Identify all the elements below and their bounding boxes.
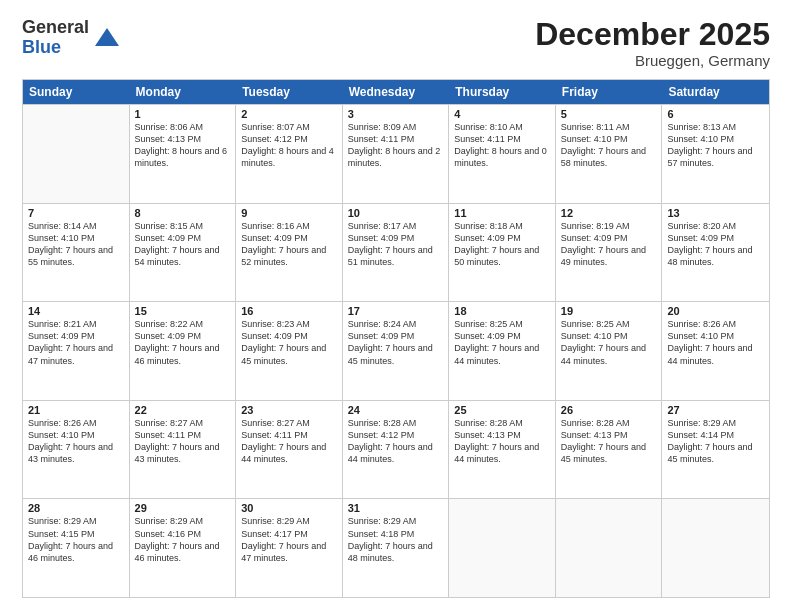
day-number: 21	[28, 404, 124, 416]
day-number: 2	[241, 108, 337, 120]
calendar-header: SundayMondayTuesdayWednesdayThursdayFrid…	[23, 80, 769, 104]
day-number: 24	[348, 404, 444, 416]
day-info: Sunrise: 8:27 AMSunset: 4:11 PMDaylight:…	[241, 417, 337, 466]
day-number: 28	[28, 502, 124, 514]
day-number: 5	[561, 108, 657, 120]
logo-icon	[93, 24, 121, 52]
day-info: Sunrise: 8:06 AMSunset: 4:13 PMDaylight:…	[135, 121, 231, 170]
day-number: 31	[348, 502, 444, 514]
calendar-day-31: 31Sunrise: 8:29 AMSunset: 4:18 PMDayligh…	[343, 499, 450, 597]
header-day-saturday: Saturday	[662, 80, 769, 104]
header-day-tuesday: Tuesday	[236, 80, 343, 104]
day-info: Sunrise: 8:21 AMSunset: 4:09 PMDaylight:…	[28, 318, 124, 367]
day-info: Sunrise: 8:26 AMSunset: 4:10 PMDaylight:…	[28, 417, 124, 466]
day-number: 17	[348, 305, 444, 317]
calendar-day-18: 18Sunrise: 8:25 AMSunset: 4:09 PMDayligh…	[449, 302, 556, 400]
day-number: 9	[241, 207, 337, 219]
calendar-day-12: 12Sunrise: 8:19 AMSunset: 4:09 PMDayligh…	[556, 204, 663, 302]
day-info: Sunrise: 8:20 AMSunset: 4:09 PMDaylight:…	[667, 220, 764, 269]
day-info: Sunrise: 8:28 AMSunset: 4:12 PMDaylight:…	[348, 417, 444, 466]
logo: General Blue	[22, 18, 121, 58]
day-number: 8	[135, 207, 231, 219]
page-header: General Blue December 2025 Brueggen, Ger…	[22, 18, 770, 69]
header-day-wednesday: Wednesday	[343, 80, 450, 104]
day-number: 16	[241, 305, 337, 317]
header-day-sunday: Sunday	[23, 80, 130, 104]
calendar-day-7: 7Sunrise: 8:14 AMSunset: 4:10 PMDaylight…	[23, 204, 130, 302]
day-info: Sunrise: 8:07 AMSunset: 4:12 PMDaylight:…	[241, 121, 337, 170]
day-info: Sunrise: 8:15 AMSunset: 4:09 PMDaylight:…	[135, 220, 231, 269]
day-info: Sunrise: 8:23 AMSunset: 4:09 PMDaylight:…	[241, 318, 337, 367]
day-info: Sunrise: 8:28 AMSunset: 4:13 PMDaylight:…	[561, 417, 657, 466]
day-number: 4	[454, 108, 550, 120]
calendar-day-17: 17Sunrise: 8:24 AMSunset: 4:09 PMDayligh…	[343, 302, 450, 400]
calendar-week-5: 28Sunrise: 8:29 AMSunset: 4:15 PMDayligh…	[23, 498, 769, 597]
calendar-day-9: 9Sunrise: 8:16 AMSunset: 4:09 PMDaylight…	[236, 204, 343, 302]
day-number: 1	[135, 108, 231, 120]
calendar-day-28: 28Sunrise: 8:29 AMSunset: 4:15 PMDayligh…	[23, 499, 130, 597]
day-info: Sunrise: 8:14 AMSunset: 4:10 PMDaylight:…	[28, 220, 124, 269]
calendar-day-10: 10Sunrise: 8:17 AMSunset: 4:09 PMDayligh…	[343, 204, 450, 302]
calendar-day-20: 20Sunrise: 8:26 AMSunset: 4:10 PMDayligh…	[662, 302, 769, 400]
day-number: 20	[667, 305, 764, 317]
day-info: Sunrise: 8:22 AMSunset: 4:09 PMDaylight:…	[135, 318, 231, 367]
day-number: 7	[28, 207, 124, 219]
calendar-day-empty	[556, 499, 663, 597]
calendar-page: General Blue December 2025 Brueggen, Ger…	[0, 0, 792, 612]
calendar-day-30: 30Sunrise: 8:29 AMSunset: 4:17 PMDayligh…	[236, 499, 343, 597]
day-info: Sunrise: 8:29 AMSunset: 4:18 PMDaylight:…	[348, 515, 444, 564]
calendar-day-23: 23Sunrise: 8:27 AMSunset: 4:11 PMDayligh…	[236, 401, 343, 499]
day-number: 18	[454, 305, 550, 317]
calendar-day-2: 2Sunrise: 8:07 AMSunset: 4:12 PMDaylight…	[236, 105, 343, 203]
day-number: 25	[454, 404, 550, 416]
day-number: 23	[241, 404, 337, 416]
calendar-day-1: 1Sunrise: 8:06 AMSunset: 4:13 PMDaylight…	[130, 105, 237, 203]
svg-marker-0	[95, 28, 119, 46]
day-info: Sunrise: 8:13 AMSunset: 4:10 PMDaylight:…	[667, 121, 764, 170]
day-info: Sunrise: 8:11 AMSunset: 4:10 PMDaylight:…	[561, 121, 657, 170]
calendar-day-3: 3Sunrise: 8:09 AMSunset: 4:11 PMDaylight…	[343, 105, 450, 203]
day-info: Sunrise: 8:28 AMSunset: 4:13 PMDaylight:…	[454, 417, 550, 466]
logo-blue: Blue	[22, 37, 61, 57]
header-day-monday: Monday	[130, 80, 237, 104]
calendar: SundayMondayTuesdayWednesdayThursdayFrid…	[22, 79, 770, 598]
day-info: Sunrise: 8:29 AMSunset: 4:16 PMDaylight:…	[135, 515, 231, 564]
calendar-day-14: 14Sunrise: 8:21 AMSunset: 4:09 PMDayligh…	[23, 302, 130, 400]
day-number: 26	[561, 404, 657, 416]
day-number: 30	[241, 502, 337, 514]
calendar-day-empty	[23, 105, 130, 203]
calendar-day-29: 29Sunrise: 8:29 AMSunset: 4:16 PMDayligh…	[130, 499, 237, 597]
day-info: Sunrise: 8:09 AMSunset: 4:11 PMDaylight:…	[348, 121, 444, 170]
logo-general: General	[22, 17, 89, 37]
day-info: Sunrise: 8:19 AMSunset: 4:09 PMDaylight:…	[561, 220, 657, 269]
day-number: 12	[561, 207, 657, 219]
day-info: Sunrise: 8:29 AMSunset: 4:14 PMDaylight:…	[667, 417, 764, 466]
day-number: 22	[135, 404, 231, 416]
calendar-day-27: 27Sunrise: 8:29 AMSunset: 4:14 PMDayligh…	[662, 401, 769, 499]
calendar-day-empty	[662, 499, 769, 597]
calendar-day-19: 19Sunrise: 8:25 AMSunset: 4:10 PMDayligh…	[556, 302, 663, 400]
day-info: Sunrise: 8:27 AMSunset: 4:11 PMDaylight:…	[135, 417, 231, 466]
calendar-day-11: 11Sunrise: 8:18 AMSunset: 4:09 PMDayligh…	[449, 204, 556, 302]
day-number: 29	[135, 502, 231, 514]
day-info: Sunrise: 8:29 AMSunset: 4:17 PMDaylight:…	[241, 515, 337, 564]
calendar-week-3: 14Sunrise: 8:21 AMSunset: 4:09 PMDayligh…	[23, 301, 769, 400]
day-number: 13	[667, 207, 764, 219]
day-info: Sunrise: 8:25 AMSunset: 4:10 PMDaylight:…	[561, 318, 657, 367]
calendar-week-4: 21Sunrise: 8:26 AMSunset: 4:10 PMDayligh…	[23, 400, 769, 499]
day-number: 14	[28, 305, 124, 317]
calendar-week-2: 7Sunrise: 8:14 AMSunset: 4:10 PMDaylight…	[23, 203, 769, 302]
calendar-day-22: 22Sunrise: 8:27 AMSunset: 4:11 PMDayligh…	[130, 401, 237, 499]
calendar-day-empty	[449, 499, 556, 597]
day-info: Sunrise: 8:29 AMSunset: 4:15 PMDaylight:…	[28, 515, 124, 564]
day-info: Sunrise: 8:24 AMSunset: 4:09 PMDaylight:…	[348, 318, 444, 367]
day-info: Sunrise: 8:16 AMSunset: 4:09 PMDaylight:…	[241, 220, 337, 269]
calendar-day-26: 26Sunrise: 8:28 AMSunset: 4:13 PMDayligh…	[556, 401, 663, 499]
calendar-day-8: 8Sunrise: 8:15 AMSunset: 4:09 PMDaylight…	[130, 204, 237, 302]
calendar-week-1: 1Sunrise: 8:06 AMSunset: 4:13 PMDaylight…	[23, 104, 769, 203]
calendar-day-21: 21Sunrise: 8:26 AMSunset: 4:10 PMDayligh…	[23, 401, 130, 499]
calendar-day-5: 5Sunrise: 8:11 AMSunset: 4:10 PMDaylight…	[556, 105, 663, 203]
calendar-body: 1Sunrise: 8:06 AMSunset: 4:13 PMDaylight…	[23, 104, 769, 597]
day-number: 6	[667, 108, 764, 120]
day-info: Sunrise: 8:17 AMSunset: 4:09 PMDaylight:…	[348, 220, 444, 269]
